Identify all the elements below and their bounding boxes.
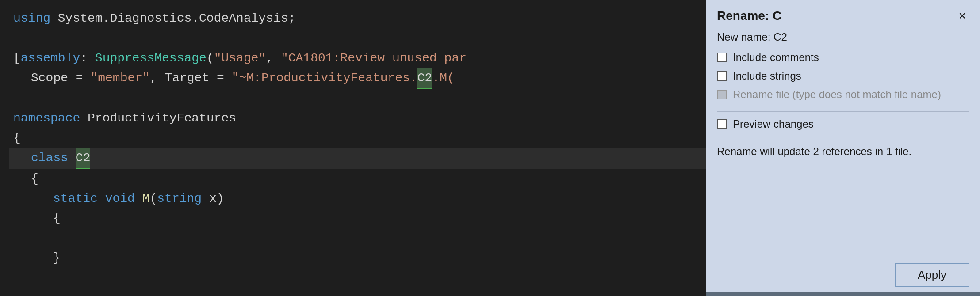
code-line-brace2: { — [9, 169, 706, 189]
code-line-1: using System.Diagnostics.CodeAnalysis; — [9, 9, 706, 29]
code-line-brace3: { — [9, 209, 706, 228]
checkbox-strings-label: Include strings — [733, 70, 801, 82]
new-name-label: New name: C2 — [717, 31, 969, 43]
checkbox-comments-label: Include comments — [733, 51, 819, 64]
divider — [717, 111, 969, 112]
checkbox-preview-changes[interactable]: Preview changes — [717, 118, 969, 130]
code-editor: using System.Diagnostics.CodeAnalysis; [… — [0, 0, 706, 296]
panel-header: Rename: C × — [706, 0, 980, 29]
apply-button-row: Apply — [717, 263, 969, 287]
empty-line-1 — [9, 29, 706, 49]
panel-body: New name: C2 Include comments Include st… — [706, 29, 980, 296]
code-line-method: static void M(string x) — [9, 189, 706, 209]
checkbox-include-strings[interactable]: Include strings — [717, 70, 969, 82]
close-button[interactable]: × — [955, 8, 969, 24]
empty-line-3 — [9, 228, 706, 248]
update-info: Rename will update 2 references in 1 fil… — [717, 145, 969, 158]
code-line-brace1: { — [9, 129, 706, 148]
code-line-3: [assembly: SuppressMessage("Usage", "CA1… — [9, 49, 706, 68]
checkbox-rename-file: Rename file (type does not match file na… — [717, 88, 969, 101]
checkbox-comments-box[interactable] — [717, 53, 727, 62]
panel-title: Rename: C — [717, 9, 781, 23]
empty-line-2 — [9, 89, 706, 109]
rename-panel: Rename: C × New name: C2 Include comment… — [706, 0, 980, 296]
code-line-namespace: namespace ProductivityFeatures — [9, 109, 706, 129]
checkbox-strings-box[interactable] — [717, 71, 727, 81]
code-line-class: class C2 — [9, 148, 706, 169]
code-line-brace4: } — [9, 248, 706, 268]
checkbox-preview-box[interactable] — [717, 119, 727, 129]
code-line-4: Scope = "member", Target = "~M:Productiv… — [9, 68, 706, 89]
checkbox-preview-label: Preview changes — [733, 118, 814, 130]
spacer — [717, 137, 969, 145]
apply-button[interactable]: Apply — [895, 263, 969, 287]
checkbox-include-comments[interactable]: Include comments — [717, 51, 969, 64]
bottom-bar — [706, 292, 980, 296]
checkbox-rename-file-box — [717, 90, 727, 99]
checkbox-rename-file-label: Rename file (type does not match file na… — [733, 88, 941, 101]
keyword-using: using — [13, 9, 50, 29]
